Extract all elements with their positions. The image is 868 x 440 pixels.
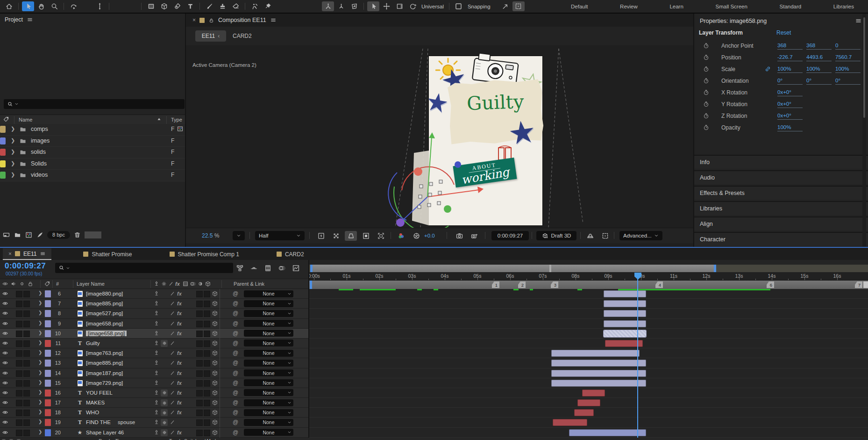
expand-chevron-icon[interactable]: ❯ bbox=[38, 350, 42, 355]
layer-name[interactable]: [image527.png] bbox=[86, 310, 123, 316]
expand-chevron-icon[interactable]: ❯ bbox=[11, 126, 15, 132]
solo-well[interactable] bbox=[23, 310, 30, 317]
solo-well[interactable] bbox=[23, 430, 30, 436]
layer-bar-14[interactable] bbox=[551, 370, 646, 377]
solo-well[interactable] bbox=[23, 390, 30, 397]
hand-tool[interactable] bbox=[35, 1, 47, 11]
gizmo-position-button[interactable] bbox=[380, 1, 392, 11]
fx-switch-icon[interactable]: fx bbox=[176, 320, 183, 327]
layer-name[interactable]: [image658.png] bbox=[86, 331, 127, 336]
stopwatch-icon[interactable] bbox=[703, 65, 710, 72]
blend-well[interactable] bbox=[196, 301, 203, 307]
panel-header-effects-presets[interactable]: Effects & Presets bbox=[694, 186, 868, 200]
snapshot-button[interactable] bbox=[453, 231, 465, 241]
magnification-control[interactable]: 22.5 % bbox=[202, 231, 219, 240]
camera-region-tool[interactable] bbox=[126, 1, 138, 11]
expand-chevron-icon[interactable]: ❯ bbox=[38, 320, 42, 325]
name-column-header[interactable]: Name bbox=[19, 117, 32, 123]
viewer-tab-title[interactable]: Composition EE11 bbox=[218, 17, 266, 23]
blend-well[interactable] bbox=[196, 430, 203, 436]
label-color-chip[interactable] bbox=[0, 149, 6, 156]
expand-chevron-icon[interactable]: ❯ bbox=[38, 330, 42, 335]
gizmo-rotate-button[interactable] bbox=[406, 1, 419, 11]
3d-switch-icon[interactable] bbox=[212, 310, 218, 317]
blend-well[interactable] bbox=[196, 410, 203, 416]
solo-well[interactable] bbox=[23, 350, 30, 357]
comp-marker-button[interactable] bbox=[863, 281, 868, 288]
layer-name[interactable]: [image885.png] bbox=[86, 301, 123, 306]
lock-column-icon[interactable] bbox=[27, 281, 34, 287]
roto-brush-tool[interactable] bbox=[249, 1, 261, 11]
property-value[interactable]: 7560.7 bbox=[835, 54, 861, 61]
visibility-eye-icon[interactable] bbox=[2, 330, 8, 337]
audio-well[interactable] bbox=[16, 301, 22, 307]
3d-switch-icon[interactable] bbox=[212, 409, 218, 416]
collapse-switch-icon[interactable] bbox=[153, 310, 160, 317]
parent-pickwhip-icon[interactable]: @ bbox=[233, 290, 238, 297]
stopwatch-icon[interactable] bbox=[703, 42, 710, 49]
3d-switch-icon[interactable] bbox=[212, 390, 218, 396]
new-composition-icon[interactable] bbox=[25, 231, 33, 239]
layer-name[interactable]: [image885.png] bbox=[86, 360, 123, 366]
expand-chevron-icon[interactable]: ❯ bbox=[11, 172, 15, 178]
property-value[interactable]: 0 bbox=[835, 43, 861, 50]
scale-cursor-button[interactable] bbox=[499, 1, 512, 11]
axis-mode-local-button[interactable] bbox=[322, 1, 334, 11]
layer-row-6[interactable]: ❯6[image880.png]fx@None bbox=[0, 289, 308, 299]
expand-chevron-icon[interactable]: ❯ bbox=[38, 310, 42, 315]
collapse-switch-icon[interactable] bbox=[153, 290, 160, 297]
workspace-libraries[interactable]: Libraries bbox=[833, 4, 854, 9]
home-tool[interactable] bbox=[3, 1, 15, 11]
fx-switch-icon[interactable]: fx bbox=[176, 360, 183, 366]
3d-switch-icon[interactable] bbox=[212, 300, 218, 307]
frame-blending-icon[interactable] bbox=[264, 264, 272, 272]
project-item-Solids[interactable]: ❯SolidsF bbox=[0, 159, 185, 170]
work-area-bar[interactable] bbox=[310, 265, 716, 272]
blur-well[interactable] bbox=[204, 390, 210, 397]
visibility-eye-icon[interactable] bbox=[2, 300, 8, 307]
timeline-search-input[interactable] bbox=[55, 263, 233, 273]
audio-well[interactable] bbox=[16, 350, 22, 357]
property-value[interactable]: 0° bbox=[835, 78, 861, 85]
preview-time-display[interactable]: 0:00:09:27 bbox=[491, 231, 529, 240]
solo-column-icon[interactable] bbox=[19, 281, 25, 287]
blend-well[interactable] bbox=[196, 291, 203, 297]
audio-well[interactable] bbox=[16, 380, 22, 387]
blend-well[interactable] bbox=[196, 350, 203, 357]
brush-tool[interactable] bbox=[203, 1, 215, 11]
tab-menu-icon[interactable] bbox=[40, 251, 46, 257]
visibility-eye-icon[interactable] bbox=[2, 429, 8, 436]
audio-well[interactable] bbox=[16, 310, 22, 317]
layer-bar-16[interactable] bbox=[582, 390, 605, 397]
blur-well[interactable] bbox=[204, 380, 210, 387]
blur-well[interactable] bbox=[204, 310, 210, 317]
layer-row-10[interactable]: ❯10[image658.png]fx@None bbox=[0, 329, 308, 339]
mask-visibility-button[interactable] bbox=[345, 231, 357, 241]
layer-name[interactable]: WHO bbox=[86, 410, 99, 415]
blur-well[interactable] bbox=[204, 340, 210, 347]
parent-dropdown[interactable]: None bbox=[244, 389, 293, 396]
collapse-switch-icon[interactable] bbox=[153, 429, 160, 436]
viewer-menu-icon[interactable] bbox=[270, 17, 277, 23]
properties-scrollbar[interactable] bbox=[862, 14, 866, 247]
blur-well[interactable] bbox=[204, 370, 210, 377]
comp-marker-1[interactable]: 1 bbox=[492, 281, 499, 288]
property-value[interactable]: 100% bbox=[777, 124, 803, 131]
property-value[interactable]: 368 bbox=[806, 43, 832, 50]
property-value[interactable]: 100% bbox=[835, 66, 861, 73]
show-snapshot-button[interactable] bbox=[468, 231, 480, 241]
fx-switch-icon[interactable]: fx bbox=[176, 429, 183, 436]
comp-marker-6[interactable]: 6 bbox=[767, 281, 774, 288]
quality-switch-icon[interactable] bbox=[169, 370, 176, 376]
3d-switch-icon[interactable] bbox=[212, 419, 218, 426]
panel-header-align[interactable]: Align bbox=[694, 216, 868, 231]
blur-well[interactable] bbox=[204, 430, 210, 436]
renderer-dropdown[interactable]: Advanced... bbox=[619, 231, 662, 240]
rasterize-switch-icon[interactable] bbox=[161, 390, 168, 397]
parent-pickwhip-icon[interactable]: @ bbox=[233, 380, 238, 386]
rasterize-switch-icon[interactable] bbox=[161, 399, 168, 406]
layer-row-17[interactable]: ❯17TMAKESfx@None bbox=[0, 398, 308, 408]
parent-dropdown[interactable]: None bbox=[244, 419, 293, 426]
property-value[interactable]: 4493.6 bbox=[806, 54, 832, 61]
layer-bar-6[interactable] bbox=[604, 290, 646, 297]
